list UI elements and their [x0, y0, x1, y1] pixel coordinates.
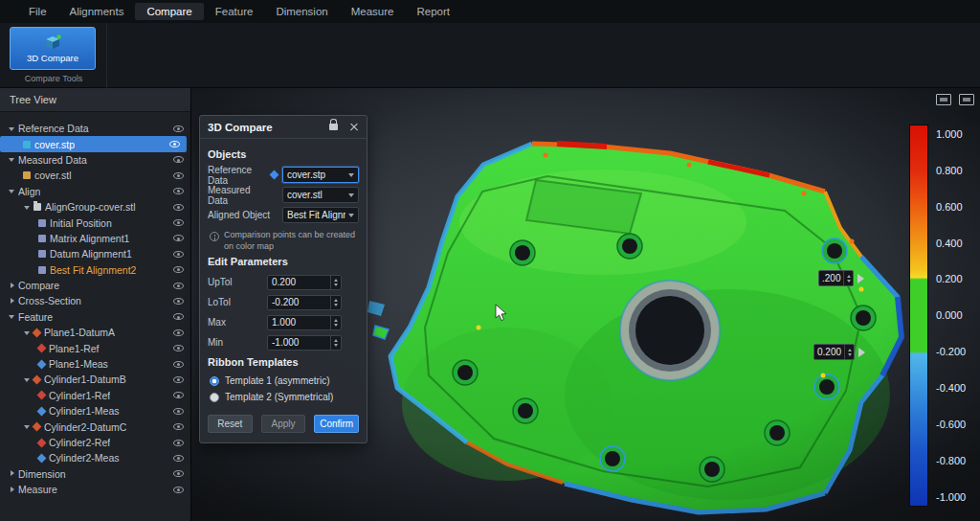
tree-item-matrix-alignment1[interactable]: Matrix Alignment1 [0, 231, 190, 246]
tree-item-cylinder1-datumb[interactable]: Cylinder1-DatumB [0, 372, 190, 387]
upper-tolerance-input[interactable]: .200 [818, 270, 854, 286]
expander-icon[interactable] [8, 155, 18, 165]
spinner[interactable] [330, 336, 341, 350]
dialog-titlebar[interactable]: 3D Compare [200, 116, 367, 139]
spinner[interactable] [330, 316, 341, 329]
eye-icon[interactable] [173, 470, 184, 477]
expander-icon[interactable] [8, 296, 18, 306]
tree-item-plane1-ref[interactable]: Plane1-Ref [0, 340, 190, 355]
alignment-icon [38, 235, 46, 242]
eye-icon[interactable] [173, 188, 184, 194]
3d-compare-icon [42, 34, 63, 51]
tree-item-cover-stl[interactable]: cover.stl [0, 168, 190, 183]
eye-icon[interactable] [173, 376, 184, 383]
multiview-icon[interactable] [936, 94, 951, 105]
tree-item-align[interactable]: Align [0, 184, 190, 199]
min-input[interactable]: -1.000 [267, 335, 342, 351]
template1-row: Template 1 (asymmetric) [208, 373, 359, 389]
expander-icon[interactable] [8, 187, 18, 196]
spinner[interactable] [330, 296, 341, 309]
eye-icon[interactable] [173, 204, 184, 211]
ribbon-group-caption: Compare Tools [0, 74, 107, 83]
expander-icon[interactable] [8, 312, 18, 322]
eye-icon[interactable] [173, 361, 184, 368]
uptol-input[interactable]: 0.200 [267, 275, 342, 290]
snapshot-icon[interactable] [959, 94, 974, 105]
eye-icon[interactable] [173, 345, 184, 351]
tree-item-feature[interactable]: Feature [0, 309, 190, 325]
tree-item-best-fit-alignment2[interactable]: Best Fit Alignment2 [0, 262, 190, 278]
close-icon[interactable] [349, 123, 359, 132]
eye-icon[interactable] [173, 172, 184, 179]
reference-feature-icon [37, 438, 47, 447]
confirm-button[interactable]: Confirm [314, 415, 359, 433]
lower-tolerance-input[interactable]: 0.200 [813, 344, 855, 360]
tree-item-cylinder1-meas[interactable]: Cylinder1-Meas [0, 403, 190, 419]
eye-icon[interactable] [173, 487, 184, 493]
expander-icon[interactable] [8, 469, 18, 479]
reset-button[interactable]: Reset [208, 415, 253, 433]
expander-icon[interactable] [8, 485, 18, 494]
eye-icon[interactable] [173, 298, 184, 305]
tree-item-dimension[interactable]: Dimension [0, 466, 190, 482]
eye-icon[interactable] [173, 423, 184, 430]
eye-icon[interactable] [173, 313, 184, 320]
template2-radio[interactable] [210, 393, 219, 402]
reference-data-select[interactable]: cover.stp [282, 167, 359, 183]
menu-dimension[interactable]: Dimension [264, 3, 339, 20]
lock-icon[interactable] [329, 124, 338, 130]
expander-icon[interactable] [23, 202, 33, 212]
3d-compare-tool-button[interactable]: 3D Compare [10, 27, 96, 70]
eye-icon[interactable] [173, 329, 184, 336]
eye-icon[interactable] [173, 440, 184, 446]
tree-item-initial-position[interactable]: Initial Position [0, 215, 190, 230]
colorbar-label: -1.000 [936, 491, 980, 503]
uptol-row: UpTol 0.200 [208, 272, 359, 292]
eye-icon[interactable] [173, 392, 184, 398]
expander-icon[interactable] [8, 281, 18, 290]
template1-radio[interactable] [210, 376, 219, 386]
tree-item-cylinder2-datumc[interactable]: Cylinder2-DatumC [0, 419, 190, 434]
menu-file[interactable]: File [17, 3, 58, 20]
eye-icon[interactable] [173, 156, 184, 163]
aligned-object-select[interactable]: Best Fit Alignme [282, 207, 359, 223]
spinner[interactable] [844, 345, 854, 359]
measured-data-select[interactable]: cover.stl [282, 187, 359, 203]
3d-viewport[interactable]: 3D Compare Objects Reference Data cover.… [191, 88, 980, 521]
tree-item-cover-stp[interactable]: cover.stp [0, 136, 187, 151]
eye-icon[interactable] [169, 141, 180, 147]
tree-item-aligngroup[interactable]: AlignGroup-cover.stl [0, 199, 190, 215]
menu-report[interactable]: Report [405, 3, 461, 20]
tree-item-plane1-datuma[interactable]: Plane1-DatumA [0, 325, 190, 340]
eye-icon[interactable] [173, 235, 184, 241]
max-input[interactable]: 1.000 [267, 315, 342, 330]
spinner[interactable] [843, 271, 853, 285]
expander-icon[interactable] [8, 124, 18, 133]
menu-alignments[interactable]: Alignments [58, 3, 136, 20]
tree-item-cross-section[interactable]: Cross-Section [0, 293, 190, 308]
spinner[interactable] [330, 276, 341, 289]
apply-button[interactable]: Apply [261, 415, 306, 433]
eye-icon[interactable] [173, 125, 184, 132]
tree-item-measure[interactable]: Measure [0, 482, 190, 497]
tree-item-datum-alignment1[interactable]: Datum Alignment1 [0, 246, 190, 261]
tree-item-reference-data[interactable]: Reference Data [0, 121, 190, 136]
menu-compare[interactable]: Compare [135, 3, 203, 20]
eye-icon[interactable] [173, 219, 184, 226]
eye-icon[interactable] [173, 266, 184, 273]
tree-item-cylinder2-ref[interactable]: Cylinder2-Ref [0, 435, 190, 450]
mouse-cursor [495, 304, 508, 323]
eye-icon[interactable] [173, 455, 184, 462]
eye-icon[interactable] [173, 251, 184, 258]
menu-measure[interactable]: Measure [340, 3, 406, 20]
eye-icon[interactable] [173, 408, 184, 415]
tree-item-compare[interactable]: Compare [0, 278, 190, 293]
eye-icon[interactable] [173, 283, 184, 289]
upper-tolerance-marker: .200 [818, 270, 864, 286]
menu-feature[interactable]: Feature [204, 3, 265, 20]
tree-item-plane1-meas[interactable]: Plane1-Meas [0, 356, 190, 372]
lotol-input[interactable]: -0.200 [267, 295, 342, 310]
tree-item-cylinder2-meas[interactable]: Cylinder2-Meas [0, 450, 190, 465]
tree-item-cylinder1-ref[interactable]: Cylinder1-Ref [0, 388, 190, 403]
tree-item-measured-data[interactable]: Measured Data [0, 152, 190, 168]
